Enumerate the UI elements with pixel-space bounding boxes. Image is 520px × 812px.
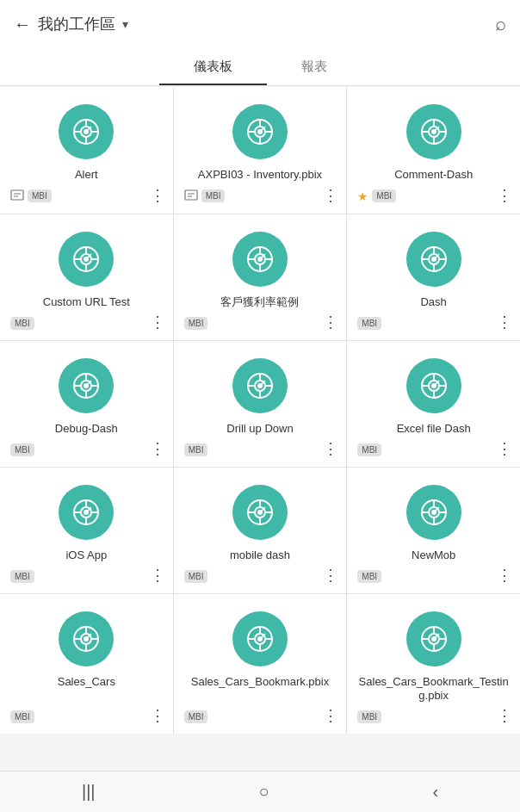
card-footer-left: MBI: [184, 570, 208, 583]
card-title: Drill up Down: [226, 422, 293, 437]
header: ← 我的工作區 ▾ ⌕: [0, 0, 520, 48]
dashboard-card[interactable]: AXPBI03 - Inventory.pbix MBI⋮: [174, 87, 347, 214]
more-options-icon[interactable]: ⋮: [497, 441, 513, 456]
card-footer: MBI: [184, 189, 337, 203]
dashboard-card[interactable]: Alert MBI⋮: [0, 87, 173, 214]
card-footer-left: MBI: [184, 317, 208, 330]
card-icon: [59, 485, 114, 540]
dashboard-card[interactable]: Comment-Dash★MBI⋮: [347, 87, 520, 214]
dashboard-card[interactable]: Custom URL TestMBI⋮: [0, 214, 173, 340]
card-grid: Alert MBI⋮ AXPBI03 - Inventory.pbix MBI⋮…: [0, 87, 520, 734]
mbi-badge: MBI: [357, 570, 381, 583]
more-options-icon[interactable]: ⋮: [150, 567, 166, 583]
dashboard-card[interactable]: 客戶獲利率範例MBI⋮: [174, 214, 347, 340]
more-options-icon[interactable]: ⋮: [497, 314, 513, 330]
more-options-icon[interactable]: ⋮: [497, 708, 513, 723]
mbi-badge: MBI: [372, 189, 396, 202]
more-options-icon[interactable]: ⋮: [323, 567, 339, 583]
more-options-icon[interactable]: ⋮: [150, 708, 166, 723]
back-icon[interactable]: ←: [14, 15, 31, 34]
home-nav-icon[interactable]: ○: [258, 782, 269, 802]
more-options-icon[interactable]: ⋮: [497, 567, 513, 583]
card-footer-left: MBI: [10, 443, 34, 456]
card-footer-left: MBI: [357, 570, 381, 583]
tab-bar: 儀表板 報表: [0, 48, 520, 86]
star-icon: ★: [357, 189, 368, 203]
card-footer: MBI: [357, 710, 510, 723]
card-footer: MBI: [184, 570, 337, 583]
mbi-badge: MBI: [184, 317, 208, 330]
bottom-nav: ||| ○ ‹: [0, 771, 520, 812]
dashboard-card[interactable]: iOS AppMBI⋮: [0, 468, 173, 593]
card-icon: [406, 232, 461, 287]
dashboard-card[interactable]: Drill up DownMBI⋮: [174, 341, 347, 467]
card-footer: MBI: [10, 570, 163, 583]
mbi-badge: MBI: [184, 570, 208, 583]
dashboard-card[interactable]: Debug-DashMBI⋮: [0, 341, 173, 467]
card-icon: [406, 485, 461, 540]
card-title: Custom URL Test: [43, 295, 130, 310]
card-title: Alert: [75, 168, 98, 183]
more-options-icon[interactable]: ⋮: [497, 188, 513, 203]
card-icon: [232, 104, 288, 159]
card-icon: [406, 611, 461, 666]
card-footer: MBI: [10, 443, 163, 456]
card-title: NewMob: [412, 549, 455, 563]
card-icon: [232, 358, 288, 413]
menu-nav-icon[interactable]: |||: [82, 782, 96, 802]
dashboard-card[interactable]: DashMBI⋮: [347, 214, 520, 340]
card-icon: [59, 104, 114, 159]
card-footer: MBI: [10, 189, 163, 203]
chevron-down-icon[interactable]: ▾: [122, 17, 128, 31]
card-footer: MBI: [357, 570, 510, 583]
back-nav-icon[interactable]: ‹: [432, 782, 438, 802]
card-footer-left: ★MBI: [357, 189, 396, 203]
card-title: mobile dash: [230, 549, 290, 563]
card-footer: MBI: [357, 317, 510, 330]
card-footer-left: MBI: [184, 710, 208, 723]
dashboard-card[interactable]: NewMobMBI⋮: [347, 468, 520, 593]
card-icon: [232, 485, 288, 540]
card-title: Comment-Dash: [394, 168, 473, 183]
svg-rect-19: [185, 190, 197, 200]
more-options-icon[interactable]: ⋮: [323, 441, 339, 456]
mbi-badge: MBI: [357, 710, 381, 723]
card-title: Excel file Dash: [397, 422, 471, 437]
more-options-icon[interactable]: ⋮: [150, 441, 166, 456]
dashboard-card[interactable]: mobile dashMBI⋮: [174, 468, 347, 593]
more-options-icon[interactable]: ⋮: [150, 314, 166, 330]
card-title: Dash: [420, 295, 446, 310]
card-icon: [406, 104, 461, 159]
card-icon: [59, 611, 114, 666]
card-footer: MBI: [184, 317, 337, 330]
more-options-icon[interactable]: ⋮: [150, 188, 166, 203]
more-options-icon[interactable]: ⋮: [323, 314, 339, 330]
card-title: Sales_Cars_Bookmark_Testing.pbix: [357, 675, 510, 704]
mbi-badge: MBI: [357, 443, 381, 456]
svg-rect-8: [11, 190, 23, 200]
dashboard-card[interactable]: Sales_CarsMBI⋮: [0, 594, 173, 735]
more-options-icon[interactable]: ⋮: [323, 708, 339, 723]
more-options-icon[interactable]: ⋮: [323, 188, 339, 203]
mbi-badge: MBI: [10, 317, 34, 330]
card-footer: MBI: [184, 443, 337, 456]
dashboard-card[interactable]: Sales_Cars_Bookmark.pbixMBI⋮: [174, 594, 347, 735]
workspace-title: 我的工作區: [38, 14, 115, 34]
card-footer-left: MBI: [10, 317, 34, 330]
dashboard-card[interactable]: Excel file DashMBI⋮: [347, 341, 520, 467]
card-footer: MBI: [357, 443, 510, 456]
card-footer-left: MBI: [357, 710, 381, 723]
search-icon[interactable]: ⌕: [495, 13, 506, 35]
tab-reports[interactable]: 報表: [267, 48, 362, 85]
mbi-badge: MBI: [10, 443, 34, 456]
card-title: AXPBI03 - Inventory.pbix: [198, 168, 322, 183]
card-title: iOS App: [65, 549, 107, 563]
card-footer: MBI: [184, 710, 337, 723]
tab-dashboard[interactable]: 儀表板: [159, 48, 267, 85]
card-footer-left: MBI: [10, 189, 52, 203]
report-icon: [10, 189, 24, 203]
mbi-badge: MBI: [10, 710, 34, 723]
mbi-badge: MBI: [10, 570, 34, 583]
card-title: Sales_Cars_Bookmark.pbix: [191, 675, 329, 690]
dashboard-card[interactable]: Sales_Cars_Bookmark_Testing.pbixMBI⋮: [347, 594, 520, 735]
